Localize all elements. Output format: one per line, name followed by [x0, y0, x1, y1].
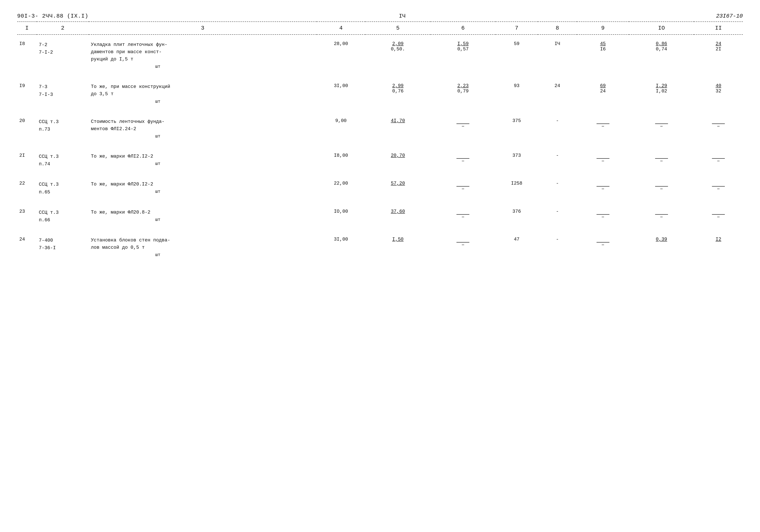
main-table: I 2 3 4 5 6 7 8 9 IO II I87-2 7-I-2Уклад…: [17, 22, 743, 265]
row-code: 7-3 7-I-3: [37, 77, 89, 107]
row-col9: 69 24: [577, 77, 629, 107]
row-col8: 24: [538, 77, 577, 107]
row-col10: −: [629, 112, 694, 142]
row-col4: 9,00: [317, 112, 365, 142]
row-col4: I8,00: [317, 147, 365, 170]
col-header-10: IO: [629, 22, 694, 34]
row-col8: -: [538, 147, 577, 170]
table-row: 2IССЦ т.3 п.74То же, марки ФЛI2.I2-2штI8…: [17, 147, 743, 170]
row-col7: I258: [496, 174, 538, 198]
row-code: ССЦ т.3 п.74: [37, 147, 89, 170]
row-col7: 47: [496, 230, 538, 261]
row-col9: 45 I6: [577, 34, 629, 72]
row-col10: −: [629, 202, 694, 226]
row-col6: 2,23 0,79: [431, 77, 496, 107]
row-num: 20: [17, 112, 37, 142]
row-col5: 20,70: [365, 147, 430, 170]
row-col7: 93: [496, 77, 538, 107]
row-col6: −: [431, 230, 496, 261]
col-header-4: 4: [317, 22, 365, 34]
row-col9: −: [577, 174, 629, 198]
row-col5: 2,99 0,76: [365, 77, 430, 107]
spacer-row: [17, 72, 743, 77]
row-code: ССЦ т.3 п.73: [37, 112, 89, 142]
col-header-11: II: [694, 22, 743, 34]
row-col8: -: [538, 202, 577, 226]
row-col9: −: [577, 147, 629, 170]
row-col11: 24 2I: [694, 34, 743, 72]
row-col10: −: [629, 174, 694, 198]
row-col7: 373: [496, 147, 538, 170]
col-header-7: 7: [496, 22, 538, 34]
spacer-row: [17, 108, 743, 112]
doc-code: 23I67-10: [716, 13, 743, 19]
row-desc: Укладка плит ленточных фун-даментов при …: [89, 34, 317, 72]
col-header-6: 6: [431, 22, 496, 34]
row-col9: −: [577, 202, 629, 226]
row-col4: 3I,00: [317, 230, 365, 261]
column-headers: I 2 3 4 5 6 7 8 9 IO II: [17, 22, 743, 34]
row-num: 2I: [17, 147, 37, 170]
row-col8: -: [538, 112, 577, 142]
row-num: I8: [17, 34, 37, 72]
doc-number: 90I-3- 2ЧЧ.88 (IX.I): [17, 13, 88, 19]
table-row: 22ССЦ т.3 п.65То же, марки ФЛ20.I2-2шт22…: [17, 174, 743, 198]
row-col8: -: [538, 174, 577, 198]
row-col11: −: [694, 147, 743, 170]
row-col11: −: [694, 202, 743, 226]
table-row: 247-400 7-36-IУстановка блоков стен подв…: [17, 230, 743, 261]
row-col10: 0,39: [629, 230, 694, 261]
row-col9: −: [577, 112, 629, 142]
col-header-1: I: [17, 22, 37, 34]
table-row: I97-3 7-I-3То же, при массе конструкцийд…: [17, 77, 743, 107]
row-col6: −: [431, 202, 496, 226]
table-row: 20ССЦ т.3 п.73Стоимость ленточных фунда-…: [17, 112, 743, 142]
row-col7: 376: [496, 202, 538, 226]
row-col10: 0,86 0,74: [629, 34, 694, 72]
spacer-row: [17, 142, 743, 147]
row-code: 7-2 7-I-2: [37, 34, 89, 72]
row-col4: 28,00: [317, 34, 365, 72]
row-desc: То же, при массе конструкцийдо 3,5 тшт: [89, 77, 317, 107]
page-header: 90I-3- 2ЧЧ.88 (IX.I) IЧ 23I67-10: [17, 13, 743, 19]
row-code: 7-400 7-36-I: [37, 230, 89, 261]
row-desc: Стоимость ленточных фунда-ментов ФЛI2.24…: [89, 112, 317, 142]
row-col11: −: [694, 112, 743, 142]
row-col5: 4I,70: [365, 112, 430, 142]
row-desc: То же, марки ФЛ20.8-2шт: [89, 202, 317, 226]
row-desc: То же, марки ФЛ20.I2-2шт: [89, 174, 317, 198]
row-col6: −: [431, 112, 496, 142]
row-col5: 57,20: [365, 174, 430, 198]
row-col8: IЧ: [538, 34, 577, 72]
row-col4: IO,00: [317, 202, 365, 226]
row-col5: 37,60: [365, 202, 430, 226]
row-col7: 375: [496, 112, 538, 142]
row-col11: 40 32: [694, 77, 743, 107]
spacer-row: [17, 198, 743, 202]
spacer-row: [17, 226, 743, 230]
row-num: 24: [17, 230, 37, 261]
row-col8: -: [538, 230, 577, 261]
col-header-3: 3: [89, 22, 317, 34]
row-col4: 3I,00: [317, 77, 365, 107]
row-num: I9: [17, 77, 37, 107]
row-col6: −: [431, 174, 496, 198]
col-header-2: 2: [37, 22, 89, 34]
row-col10: I,29 I,02: [629, 77, 694, 107]
col-header-5: 5: [365, 22, 430, 34]
spacer-row: [17, 170, 743, 174]
row-code: ССЦ т.3 п.65: [37, 174, 89, 198]
row-desc: То же, марки ФЛI2.I2-2шт: [89, 147, 317, 170]
row-num: 23: [17, 202, 37, 226]
row-col10: −: [629, 147, 694, 170]
row-num: 22: [17, 174, 37, 198]
table-row: I87-2 7-I-2Укладка плит ленточных фун-да…: [17, 34, 743, 72]
page-number: IЧ: [399, 13, 405, 19]
row-col6: −: [431, 147, 496, 170]
col-header-9: 9: [577, 22, 629, 34]
row-col5: I,50: [365, 230, 430, 261]
row-col11: I2: [694, 230, 743, 261]
row-col6: I,59 0,57: [431, 34, 496, 72]
row-desc: Установка блоков стен подва-лов массой д…: [89, 230, 317, 261]
row-col4: 22,00: [317, 174, 365, 198]
